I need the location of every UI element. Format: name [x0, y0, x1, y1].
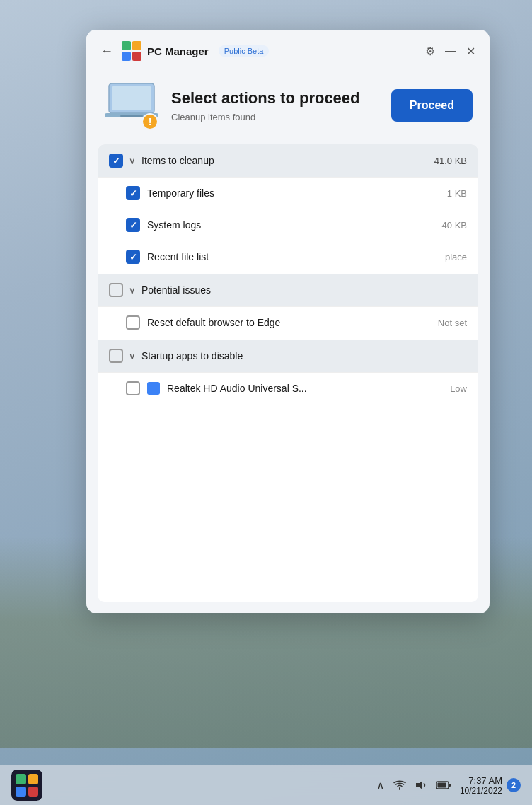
notification-badge[interactable]: 2	[507, 778, 521, 792]
app-title: PC Manager	[147, 45, 209, 57]
taskbar-date: 10/21/2022	[460, 786, 502, 796]
reset-browser-checkbox[interactable]	[126, 315, 140, 330]
app-logo	[122, 41, 141, 61]
battery-icon	[436, 780, 451, 790]
svg-rect-7	[437, 783, 446, 788]
realtek-checkbox[interactable]	[126, 381, 140, 395]
cleanup-value: 41.0 KB	[434, 156, 467, 166]
svg-rect-3	[120, 115, 143, 117]
taskbar: ∧ 7:37 AM 10/21/2022 2	[0, 765, 532, 805]
taskbar-time: 7:37 AM	[460, 775, 502, 786]
beta-badge: Public Beta	[219, 45, 270, 57]
realtek-label: Realtek HD Audio Universal S...	[167, 383, 443, 394]
taskbar-system-icons: ∧	[376, 779, 451, 792]
realtek-row: Realtek HD Audio Universal S... Low	[98, 372, 478, 404]
cleanup-section-header[interactable]: ∨ Items to cleanup 41.0 KB	[98, 144, 478, 177]
recent-file-value: place	[445, 252, 467, 262]
taskbar-app-icon[interactable]	[11, 770, 42, 801]
proceed-button[interactable]: Proceed	[391, 89, 473, 122]
hero-section: ! Select actions to proceed Cleanup item…	[86, 69, 490, 144]
reset-browser-value: Not set	[438, 318, 467, 328]
potential-label: Potential issues	[141, 284, 467, 296]
startup-label: Startup apps to disable	[141, 350, 467, 361]
startup-section-header[interactable]: ∨ Startup apps to disable	[98, 340, 478, 372]
system-logs-label: System logs	[147, 219, 435, 231]
temp-files-checkbox[interactable]	[126, 186, 140, 200]
hero-image: !	[103, 81, 160, 130]
svg-rect-1	[112, 86, 151, 110]
cleanup-checkbox[interactable]	[109, 154, 123, 168]
back-button[interactable]: ←	[100, 44, 113, 59]
empty-space	[98, 404, 478, 602]
realtek-value: Low	[450, 383, 467, 394]
potential-section-header[interactable]: ∨ Potential issues	[98, 274, 478, 306]
reset-browser-row: Reset default browser to Edge Not set	[98, 306, 478, 338]
temp-files-label: Temporary files	[147, 187, 440, 199]
svg-rect-6	[449, 784, 451, 787]
titlebar: ← PC Manager Public Beta ⚙ — ✕	[86, 30, 490, 69]
cleanup-chevron: ∨	[129, 156, 136, 166]
reset-browser-label: Reset default browser to Edge	[147, 317, 431, 328]
volume-icon	[415, 780, 427, 791]
wifi-icon	[393, 780, 406, 791]
hero-text: Select actions to proceed Cleanup items …	[171, 88, 380, 122]
temp-files-value: 1 KB	[447, 188, 467, 199]
recent-file-checkbox[interactable]	[126, 250, 140, 264]
close-icon[interactable]: ✕	[466, 45, 475, 58]
hero-subtitle: Cleanup items found	[171, 112, 380, 122]
settings-icon[interactable]: ⚙	[425, 45, 435, 58]
hero-title: Select actions to proceed	[171, 88, 380, 109]
actions-card: ∨ Items to cleanup 41.0 KB Temporary fil…	[98, 144, 478, 602]
startup-checkbox[interactable]	[109, 349, 123, 363]
recent-file-row: Recent file list place	[98, 241, 478, 272]
chevron-up-icon[interactable]: ∧	[376, 779, 385, 792]
potential-checkbox[interactable]	[109, 283, 123, 297]
svg-marker-4	[416, 781, 422, 789]
realtek-app-icon	[147, 382, 160, 395]
system-logs-checkbox[interactable]	[126, 218, 140, 232]
system-logs-value: 40 KB	[442, 220, 467, 231]
potential-chevron: ∨	[129, 285, 136, 296]
temporary-files-row: Temporary files 1 KB	[98, 177, 478, 209]
system-logs-row: System logs 40 KB	[98, 209, 478, 241]
minimize-icon[interactable]: —	[445, 45, 456, 57]
taskbar-clock[interactable]: 7:37 AM 10/21/2022	[460, 775, 502, 796]
cleanup-label: Items to cleanup	[141, 155, 429, 166]
pc-manager-window: ← PC Manager Public Beta ⚙ — ✕ !	[86, 30, 490, 613]
window-controls: ⚙ — ✕	[425, 45, 475, 58]
warning-badge: !	[141, 113, 158, 130]
startup-chevron: ∨	[129, 351, 136, 361]
recent-file-label: Recent file list	[147, 251, 438, 262]
